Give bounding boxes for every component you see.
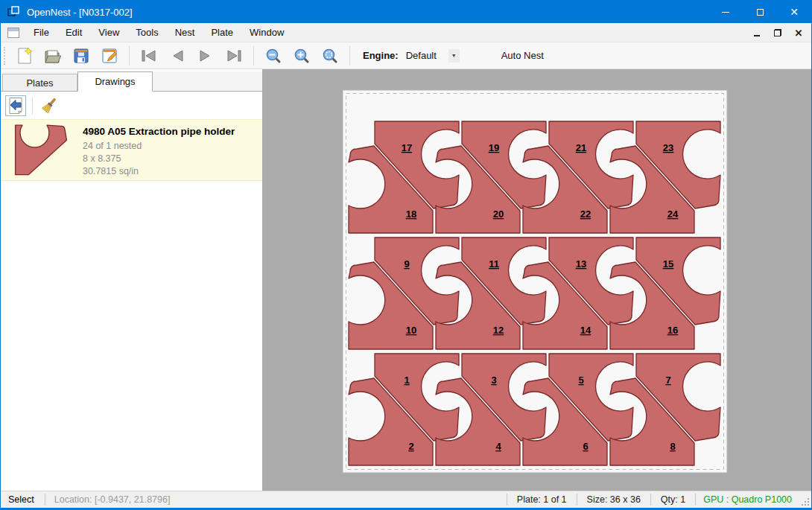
next-plate-button[interactable] bbox=[195, 45, 216, 66]
part-label-10: 10 bbox=[406, 325, 416, 336]
part-label-15: 15 bbox=[663, 258, 673, 270]
menu-tools[interactable]: Tools bbox=[127, 25, 166, 41]
drawing-list-item[interactable]: 4980 A05 Extraction pipe holder 24 of 1 … bbox=[1, 119, 262, 181]
nest-svg: 171819202122232491011121314151612345678 bbox=[263, 69, 811, 491]
resize-grip[interactable] bbox=[799, 492, 810, 507]
part-label-18: 18 bbox=[406, 208, 416, 220]
part-label-16: 16 bbox=[667, 325, 678, 336]
window-title: OpenNest - [N0317-002] bbox=[27, 7, 133, 18]
zoom-in-button[interactable] bbox=[291, 45, 312, 66]
engine-select[interactable]: Default ▼ bbox=[403, 48, 460, 64]
save-as-button[interactable] bbox=[99, 45, 120, 66]
zoom-out-icon bbox=[265, 48, 282, 64]
first-arrow-icon bbox=[140, 49, 158, 63]
last-plate-button[interactable] bbox=[223, 45, 244, 66]
minimize-icon bbox=[722, 12, 729, 13]
part-label-17: 17 bbox=[402, 142, 412, 153]
first-plate-button[interactable] bbox=[139, 45, 159, 66]
import-drawing-icon bbox=[7, 97, 24, 115]
previous-arrow-icon bbox=[168, 49, 186, 63]
broom-icon bbox=[40, 97, 58, 115]
toolbar-grip[interactable] bbox=[4, 47, 6, 65]
chevron-down-icon[interactable]: ▼ bbox=[448, 49, 460, 63]
mdi-minimize-icon bbox=[754, 35, 760, 36]
tab-drawings[interactable]: Drawings bbox=[77, 71, 153, 92]
part-label-19: 19 bbox=[489, 142, 499, 153]
status-location: Location: [-0.9437, 21.8796] bbox=[45, 494, 180, 505]
menu-file[interactable]: File bbox=[25, 25, 57, 41]
part-label-1: 1 bbox=[404, 374, 409, 386]
status-qty: Qty: 1 bbox=[651, 494, 695, 505]
part-label-9: 9 bbox=[404, 258, 409, 270]
app-logo-icon bbox=[7, 5, 20, 19]
part-label-7: 7 bbox=[665, 374, 670, 386]
status-bar: Select Location: [-0.9437, 21.8796] Plat… bbox=[1, 491, 811, 509]
app-window: OpenNest - [N0317-002] ✕ File Edit View … bbox=[0, 0, 812, 510]
part-label-20: 20 bbox=[493, 208, 504, 220]
part-label-3: 3 bbox=[491, 374, 496, 386]
menu-edit[interactable]: Edit bbox=[57, 25, 90, 41]
zoom-in-icon bbox=[294, 48, 310, 64]
part-label-14: 14 bbox=[580, 325, 591, 336]
last-arrow-icon bbox=[225, 49, 243, 63]
part-label-21: 21 bbox=[576, 142, 586, 153]
mdi-close-icon: ✕ bbox=[795, 28, 803, 39]
part-label-5: 5 bbox=[578, 374, 583, 386]
panel-toolbar-separator bbox=[32, 97, 33, 115]
part-label-24: 24 bbox=[667, 208, 679, 220]
part-label-8: 8 bbox=[670, 441, 675, 452]
mdi-restore-icon bbox=[774, 29, 781, 36]
left-panel: Plates Drawings bbox=[1, 69, 263, 491]
title-bar[interactable]: OpenNest - [N0317-002] ✕ bbox=[1, 1, 811, 23]
status-size: Size: 36 x 36 bbox=[577, 494, 650, 505]
save-icon bbox=[73, 48, 89, 64]
toolbar-separator bbox=[349, 46, 350, 66]
part-label-13: 13 bbox=[576, 258, 586, 270]
menu-view[interactable]: View bbox=[90, 25, 127, 41]
menu-nest[interactable]: Nest bbox=[167, 25, 203, 41]
new-file-icon bbox=[16, 47, 33, 65]
maximize-button[interactable] bbox=[743, 1, 777, 23]
nest-canvas[interactable]: 171819202122232491011121314151612345678 bbox=[263, 69, 811, 491]
save-button[interactable] bbox=[71, 45, 92, 66]
mdi-restore-button[interactable] bbox=[770, 25, 786, 40]
menu-plate[interactable]: Plate bbox=[203, 25, 241, 41]
minimize-button[interactable] bbox=[708, 1, 743, 23]
drawing-nested-count: 24 of 1 nested bbox=[83, 140, 235, 153]
part-label-23: 23 bbox=[663, 142, 673, 153]
part-thumbnail-shape bbox=[16, 125, 67, 174]
close-button[interactable]: ✕ bbox=[777, 1, 811, 23]
tab-plates[interactable]: Plates bbox=[2, 74, 77, 91]
zoom-fit-icon bbox=[322, 48, 338, 64]
menu-bar: File Edit View Tools Nest Plate Window ✕ bbox=[1, 23, 811, 42]
clear-drawings-button[interactable] bbox=[39, 95, 60, 116]
mdi-minimize-button[interactable] bbox=[749, 25, 765, 40]
auto-nest-button[interactable]: Auto Nest bbox=[501, 50, 544, 61]
zoom-fit-button[interactable] bbox=[320, 45, 340, 66]
open-folder-icon bbox=[44, 48, 62, 64]
part-label-22: 22 bbox=[580, 208, 591, 220]
menu-window[interactable]: Window bbox=[241, 25, 292, 41]
drawings-toolbar bbox=[1, 92, 262, 119]
next-arrow-icon bbox=[197, 49, 215, 63]
open-button[interactable] bbox=[42, 45, 63, 66]
drawing-area: 30.7815 sq/in bbox=[83, 165, 235, 178]
document-window-icon[interactable] bbox=[7, 28, 19, 38]
main-toolbar: Engine: Default ▼ Auto Nest bbox=[1, 42, 811, 69]
save-as-icon bbox=[101, 48, 118, 64]
panel-tabstrip: Plates Drawings bbox=[1, 71, 262, 92]
new-file-button[interactable] bbox=[14, 45, 35, 66]
zoom-out-button[interactable] bbox=[263, 45, 284, 66]
part-thumbnail bbox=[11, 124, 71, 176]
part-label-2: 2 bbox=[408, 441, 413, 452]
drawing-dimensions: 8 x 8.375 bbox=[83, 153, 235, 165]
status-mode: Select bbox=[1, 494, 45, 505]
mdi-close-button[interactable]: ✕ bbox=[790, 25, 807, 40]
import-drawing-button[interactable] bbox=[5, 95, 26, 116]
part-label-6: 6 bbox=[583, 441, 588, 452]
status-plate: Plate: 1 of 1 bbox=[507, 494, 577, 505]
part-label-12: 12 bbox=[493, 325, 504, 336]
close-icon: ✕ bbox=[790, 7, 799, 17]
drawing-title: 4980 A05 Extraction pipe holder bbox=[83, 126, 235, 137]
previous-plate-button[interactable] bbox=[167, 45, 188, 66]
